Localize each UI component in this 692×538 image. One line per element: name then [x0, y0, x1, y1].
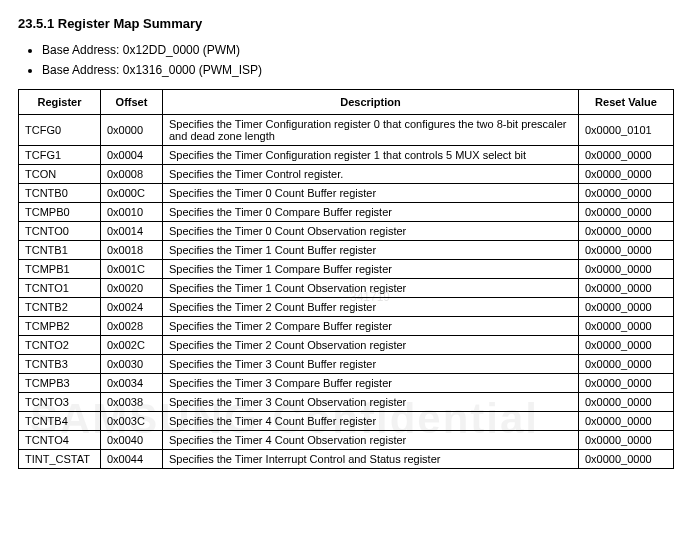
table-row: TCFG10x0004Specifies the Timer Configura…: [19, 146, 674, 165]
cell-description: Specifies the Timer 1 Count Observation …: [163, 279, 579, 298]
cell-register: TCNTO4: [19, 431, 101, 450]
cell-reset-value: 0x0000_0000: [579, 241, 674, 260]
cell-description: Specifies the Timer Control register.: [163, 165, 579, 184]
cell-register: TINT_CSTAT: [19, 450, 101, 469]
cell-description: Specifies the Timer 4 Count Buffer regis…: [163, 412, 579, 431]
table-row: TCNTB20x0024Specifies the Timer 2 Count …: [19, 298, 674, 317]
cell-offset: 0x0030: [101, 355, 163, 374]
table-row: TCFG00x0000Specifies the Timer Configura…: [19, 115, 674, 146]
table-row: TCNTB30x0030Specifies the Timer 3 Count …: [19, 355, 674, 374]
table-row: TCNTO00x0014Specifies the Timer 0 Count …: [19, 222, 674, 241]
cell-description: Specifies the Timer 2 Compare Buffer reg…: [163, 317, 579, 336]
cell-reset-value: 0x0000_0000: [579, 165, 674, 184]
cell-description: Specifies the Timer 2 Count Buffer regis…: [163, 298, 579, 317]
cell-description: Specifies the Timer Configuration regist…: [163, 146, 579, 165]
cell-description: Specifies the Timer 3 Count Buffer regis…: [163, 355, 579, 374]
cell-offset: 0x0000: [101, 115, 163, 146]
cell-register: TCNTO3: [19, 393, 101, 412]
cell-description: Specifies the Timer Interrupt Control an…: [163, 450, 579, 469]
cell-reset-value: 0x0000_0000: [579, 412, 674, 431]
cell-register: TCNTB1: [19, 241, 101, 260]
cell-register: TCFG1: [19, 146, 101, 165]
col-reset-value: Reset Value: [579, 90, 674, 115]
section-heading: 23.5.1 Register Map Summary: [18, 16, 674, 31]
cell-description: Specifies the Timer 1 Count Buffer regis…: [163, 241, 579, 260]
cell-description: Specifies the Timer 3 Compare Buffer reg…: [163, 374, 579, 393]
cell-register: TCMPB3: [19, 374, 101, 393]
table-row: TCNTB00x000CSpecifies the Timer 0 Count …: [19, 184, 674, 203]
cell-offset: 0x003C: [101, 412, 163, 431]
cell-offset: 0x001C: [101, 260, 163, 279]
cell-register: TCNTO0: [19, 222, 101, 241]
cell-offset: 0x0018: [101, 241, 163, 260]
cell-register: TCNTB4: [19, 412, 101, 431]
table-row: TCNTO10x0020Specifies the Timer 1 Count …: [19, 279, 674, 298]
cell-reset-value: 0x0000_0000: [579, 450, 674, 469]
cell-register: TCNTB3: [19, 355, 101, 374]
table-row: TCNTB40x003CSpecifies the Timer 4 Count …: [19, 412, 674, 431]
cell-register: TCNTB2: [19, 298, 101, 317]
base-address-item: Base Address: 0x12DD_0000 (PWM): [42, 43, 674, 57]
table-row: TCON0x0008Specifies the Timer Control re…: [19, 165, 674, 184]
cell-reset-value: 0x0000_0101: [579, 115, 674, 146]
table-row: TINT_CSTAT0x0044Specifies the Timer Inte…: [19, 450, 674, 469]
cell-offset: 0x0020: [101, 279, 163, 298]
cell-register: TCMPB0: [19, 203, 101, 222]
cell-description: Specifies the Timer 4 Count Observation …: [163, 431, 579, 450]
cell-reset-value: 0x0000_0000: [579, 203, 674, 222]
register-map-table: Register Offset Description Reset Value …: [18, 89, 674, 469]
table-row: TCNTO20x002CSpecifies the Timer 2 Count …: [19, 336, 674, 355]
cell-reset-value: 0x0000_0000: [579, 355, 674, 374]
table-row: TCNTB10x0018Specifies the Timer 1 Count …: [19, 241, 674, 260]
cell-offset: 0x0038: [101, 393, 163, 412]
cell-description: Specifies the Timer 3 Count Observation …: [163, 393, 579, 412]
cell-register: TCNTO2: [19, 336, 101, 355]
cell-reset-value: 0x0000_0000: [579, 431, 674, 450]
cell-offset: 0x0028: [101, 317, 163, 336]
cell-register: TCMPB2: [19, 317, 101, 336]
table-header-row: Register Offset Description Reset Value: [19, 90, 674, 115]
cell-description: Specifies the Timer Configuration regist…: [163, 115, 579, 146]
cell-offset: 0x0040: [101, 431, 163, 450]
cell-offset: 0x0004: [101, 146, 163, 165]
table-row: TCMPB20x0028Specifies the Timer 2 Compar…: [19, 317, 674, 336]
cell-reset-value: 0x0000_0000: [579, 317, 674, 336]
cell-reset-value: 0x0000_0000: [579, 393, 674, 412]
col-description: Description: [163, 90, 579, 115]
cell-offset: 0x0024: [101, 298, 163, 317]
table-row: TCNTO30x0038Specifies the Timer 3 Count …: [19, 393, 674, 412]
cell-register: TCFG0: [19, 115, 101, 146]
cell-offset: 0x0014: [101, 222, 163, 241]
cell-reset-value: 0x0000_0000: [579, 279, 674, 298]
cell-description: Specifies the Timer 0 Count Buffer regis…: [163, 184, 579, 203]
cell-reset-value: 0x0000_0000: [579, 336, 674, 355]
base-address-item: Base Address: 0x1316_0000 (PWM_ISP): [42, 63, 674, 77]
cell-offset: 0x0044: [101, 450, 163, 469]
table-row: TCMPB10x001CSpecifies the Timer 1 Compar…: [19, 260, 674, 279]
table-row: TCMPB30x0034Specifies the Timer 3 Compar…: [19, 374, 674, 393]
col-register: Register: [19, 90, 101, 115]
cell-register: TCNTB0: [19, 184, 101, 203]
cell-description: Specifies the Timer 0 Count Observation …: [163, 222, 579, 241]
cell-reset-value: 0x0000_0000: [579, 260, 674, 279]
cell-description: Specifies the Timer 1 Compare Buffer reg…: [163, 260, 579, 279]
cell-reset-value: 0x0000_0000: [579, 298, 674, 317]
cell-description: Specifies the Timer 2 Count Observation …: [163, 336, 579, 355]
table-row: TCMPB00x0010Specifies the Timer 0 Compar…: [19, 203, 674, 222]
cell-offset: 0x002C: [101, 336, 163, 355]
cell-offset: 0x0008: [101, 165, 163, 184]
cell-reset-value: 0x0000_0000: [579, 222, 674, 241]
col-offset: Offset: [101, 90, 163, 115]
table-row: TCNTO40x0040Specifies the Timer 4 Count …: [19, 431, 674, 450]
cell-description: Specifies the Timer 0 Compare Buffer reg…: [163, 203, 579, 222]
cell-reset-value: 0x0000_0000: [579, 184, 674, 203]
cell-register: TCON: [19, 165, 101, 184]
cell-reset-value: 0x0000_0000: [579, 374, 674, 393]
cell-register: TCNTO1: [19, 279, 101, 298]
cell-offset: 0x0010: [101, 203, 163, 222]
cell-offset: 0x000C: [101, 184, 163, 203]
cell-register: TCMPB1: [19, 260, 101, 279]
base-address-list: Base Address: 0x12DD_0000 (PWM) Base Add…: [18, 43, 674, 77]
cell-reset-value: 0x0000_0000: [579, 146, 674, 165]
cell-offset: 0x0034: [101, 374, 163, 393]
